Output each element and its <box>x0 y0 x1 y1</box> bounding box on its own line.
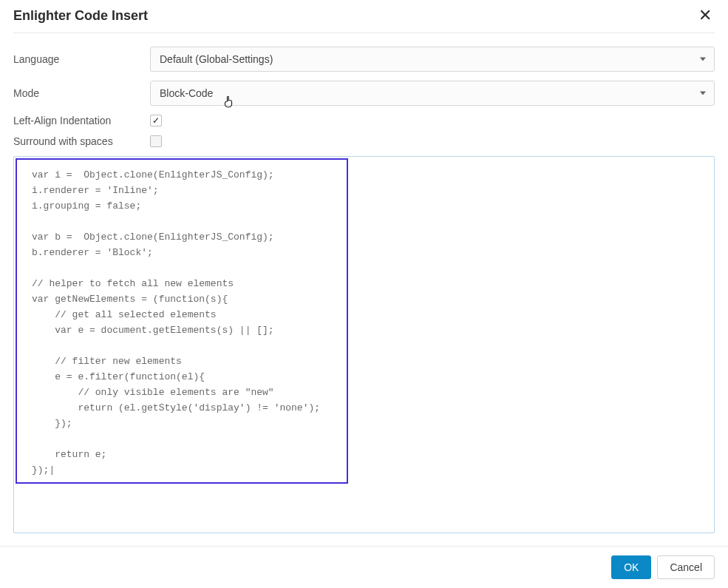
mode-select[interactable]: Block-Code <box>150 81 715 106</box>
language-select-value: Default (Global-Settings) <box>160 53 273 65</box>
code-textarea[interactable] <box>16 158 348 484</box>
row-mode: Mode Block-Code <box>13 81 715 106</box>
left-align-checkbox[interactable]: ✓ <box>150 115 162 126</box>
ok-button[interactable]: OK <box>611 555 651 579</box>
dialog-footer: OK Cancel <box>0 546 728 588</box>
label-surround: Surround with spaces <box>13 135 150 147</box>
mode-select-wrap: Block-Code <box>150 81 715 106</box>
check-icon: ✓ <box>152 116 160 125</box>
mode-select-value: Block-Code <box>160 87 213 99</box>
dialog: Enlighter Code Insert ✕ Language Default… <box>0 0 728 588</box>
row-left-align: Left-Align Indentation ✓ <box>13 115 715 126</box>
row-language: Language Default (Global-Settings) <box>13 47 715 72</box>
language-select-wrap: Default (Global-Settings) <box>150 47 715 72</box>
row-surround: Surround with spaces <box>13 135 715 147</box>
language-select[interactable]: Default (Global-Settings) <box>150 47 715 72</box>
label-mode: Mode <box>13 87 150 99</box>
cancel-button[interactable]: Cancel <box>657 555 715 579</box>
dialog-header: Enlighter Code Insert ✕ <box>13 0 715 33</box>
label-language: Language <box>13 53 150 65</box>
code-area-container <box>13 156 715 533</box>
dialog-title: Enlighter Code Insert <box>13 8 148 24</box>
close-icon[interactable]: ✕ <box>695 6 715 25</box>
surround-checkbox[interactable] <box>150 135 162 147</box>
form: Language Default (Global-Settings) Mode … <box>13 33 715 533</box>
label-left-align: Left-Align Indentation <box>13 115 150 126</box>
